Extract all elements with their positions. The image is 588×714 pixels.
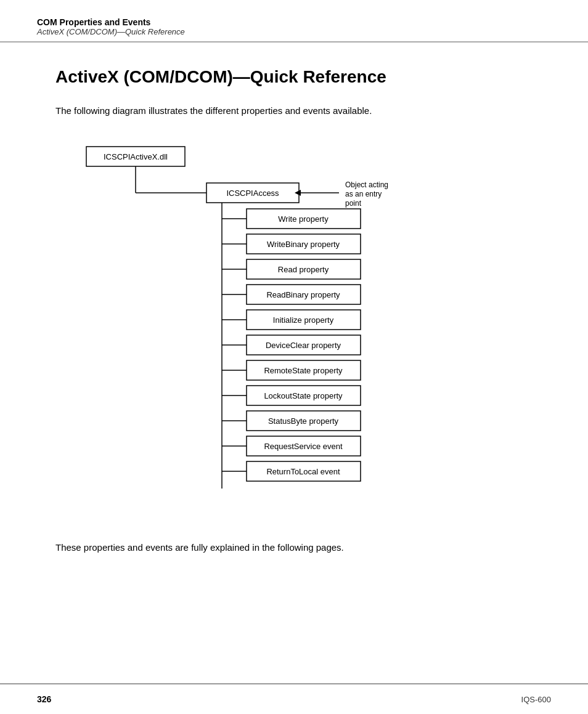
main-content: ActiveX (COM/DCOM)—Quick Reference The f… — [0, 43, 588, 591]
svg-text:Read property: Read property — [278, 265, 329, 274]
svg-text:Initialize property: Initialize property — [273, 315, 334, 325]
svg-text:ICSCPIAccess: ICSCPIAccess — [226, 189, 279, 198]
header: COM Properties and Events ActiveX (COM/D… — [0, 0, 588, 43]
svg-text:WriteBinary property: WriteBinary property — [267, 240, 340, 249]
diagram-container: ICSCPIActiveX.dll ICSCPIAccess Object ac… — [74, 140, 533, 510]
svg-text:StatusByte property: StatusByte property — [268, 416, 339, 426]
intro-text: The following diagram illustrates the di… — [55, 104, 425, 118]
svg-text:ICSCPIActiveX.dll: ICSCPIActiveX.dll — [104, 152, 168, 161]
doc-id: IQS-600 — [521, 695, 551, 704]
svg-text:RequestService event: RequestService event — [264, 442, 343, 451]
page-title: ActiveX (COM/DCOM)—Quick Reference — [55, 67, 533, 87]
svg-text:ReturnToLocal event: ReturnToLocal event — [266, 467, 340, 476]
header-subtitle: ActiveX (COM/DCOM)—Quick Reference — [37, 27, 551, 36]
svg-text:point: point — [345, 199, 362, 208]
svg-text:Object acting: Object acting — [345, 181, 388, 189]
outro-text: These properties and events are fully ex… — [55, 541, 475, 555]
svg-text:as an entry: as an entry — [345, 190, 382, 198]
page-number: 326 — [37, 694, 51, 704]
diagram-svg: ICSCPIActiveX.dll ICSCPIAccess Object ac… — [74, 140, 444, 510]
svg-text:ReadBinary property: ReadBinary property — [266, 290, 340, 299]
header-title: COM Properties and Events — [37, 17, 551, 27]
page: COM Properties and Events ActiveX (COM/D… — [0, 0, 588, 714]
svg-text:RemoteState property: RemoteState property — [264, 366, 343, 375]
svg-text:Write property: Write property — [278, 214, 329, 224]
footer: 326 IQS-600 — [0, 683, 588, 714]
svg-text:LockoutState property: LockoutState property — [264, 391, 343, 400]
svg-text:DeviceClear property: DeviceClear property — [266, 341, 341, 350]
